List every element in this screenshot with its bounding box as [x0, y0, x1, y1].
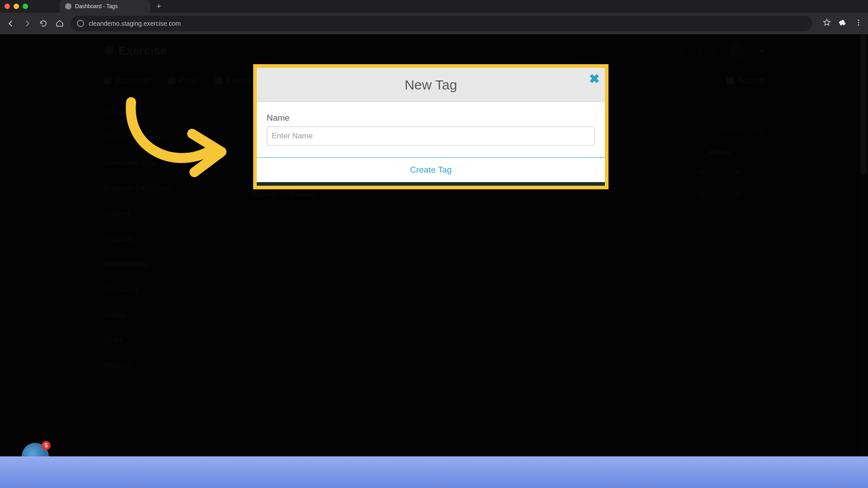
extensions-icon[interactable] — [838, 18, 847, 29]
svg-point-0 — [858, 19, 859, 21]
window-controls — [5, 4, 28, 9]
bottom-bar — [0, 456, 868, 488]
browser-chrome: Dashboard - Tags + cleandemo.staging.exe… — [0, 0, 868, 34]
forward-button[interactable] — [22, 18, 33, 29]
reload-button[interactable] — [38, 18, 49, 29]
url-text: cleandemo.staging.exercise.com — [89, 20, 181, 27]
svg-point-1 — [858, 22, 859, 23]
tab-title: Dashboard - Tags — [75, 3, 118, 9]
new-tab-button[interactable]: + — [156, 2, 161, 11]
tab-favicon-icon — [65, 3, 71, 9]
new-tag-modal: New Tag ✖ Name Create Tag — [257, 68, 605, 186]
browser-tab[interactable]: Dashboard - Tags — [60, 0, 150, 13]
widget-badge: 5 — [42, 441, 51, 450]
modal-highlight-wrap: New Tag ✖ Name Create Tag — [253, 64, 609, 189]
close-icon[interactable]: ✖ — [589, 71, 599, 86]
address-bar[interactable]: cleandemo.staging.exercise.com — [71, 16, 812, 31]
menu-icon[interactable] — [854, 19, 863, 28]
back-button[interactable] — [5, 18, 16, 29]
modal-title: New Tag — [405, 77, 457, 93]
name-input[interactable] — [267, 127, 595, 145]
home-button[interactable] — [54, 18, 65, 29]
svg-point-2 — [858, 24, 859, 26]
page: Exercise ▾ Dashboard Plans Exercises Cli… — [0, 34, 868, 488]
star-icon[interactable] — [823, 19, 831, 28]
window-minimize-button[interactable] — [14, 4, 19, 9]
tab-strip: Dashboard - Tags + — [0, 0, 868, 13]
modal-bottom-strip — [257, 182, 605, 186]
site-info-icon — [77, 20, 84, 27]
name-label: Name — [267, 113, 595, 123]
window-close-button[interactable] — [5, 4, 10, 9]
modal-header: New Tag ✖ — [257, 68, 605, 102]
address-row: cleandemo.staging.exercise.com — [0, 13, 868, 34]
create-tag-button[interactable]: Create Tag — [410, 165, 452, 175]
window-maximize-button[interactable] — [23, 4, 28, 9]
